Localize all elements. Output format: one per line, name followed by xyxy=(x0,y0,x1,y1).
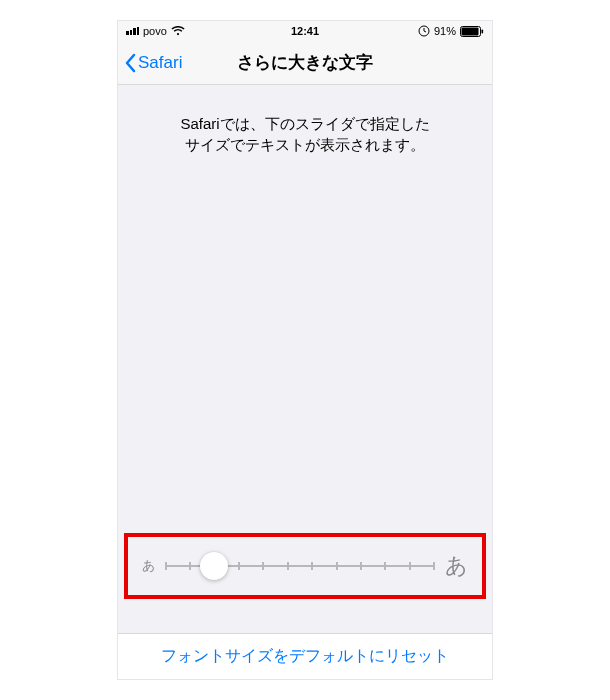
description-line: サイズでテキストが表示されます。 xyxy=(185,136,425,153)
description-text: Safariでは、下のスライダで指定した サイズでテキストが表示されます。 xyxy=(118,85,492,155)
orientation-lock-icon xyxy=(418,25,430,37)
large-text-icon: あ xyxy=(445,551,468,581)
slider-tick xyxy=(336,562,338,570)
small-text-icon: あ xyxy=(142,557,155,575)
wifi-icon xyxy=(171,26,185,36)
slider-tick xyxy=(433,562,435,570)
text-size-slider-row: あ あ xyxy=(124,533,486,599)
slider-tick xyxy=(360,562,362,570)
content-area: Safariでは、下のスライダで指定した サイズでテキストが表示されます。 あ … xyxy=(118,85,492,679)
battery-percent-label: 91% xyxy=(434,25,456,37)
signal-bars-icon xyxy=(126,27,139,36)
page-title: さらに大きな文字 xyxy=(237,51,373,74)
slider-tick xyxy=(189,562,191,570)
slider-tick xyxy=(384,562,386,570)
chevron-left-icon xyxy=(124,53,136,73)
clock-label: 12:41 xyxy=(291,25,319,37)
slider-tick xyxy=(409,562,411,570)
navigation-bar: Safari さらに大きな文字 xyxy=(118,41,492,85)
description-line: Safariでは、下のスライダで指定した xyxy=(180,115,429,132)
footer-area: フォントサイズをデフォルトにリセット xyxy=(118,633,492,679)
svg-rect-2 xyxy=(462,27,479,35)
slider-tick xyxy=(165,562,167,570)
battery-icon xyxy=(460,26,484,37)
slider-tick xyxy=(262,562,264,570)
slider-tick xyxy=(287,562,289,570)
slider-thumb[interactable] xyxy=(200,552,228,580)
status-bar: povo 12:41 91% xyxy=(118,21,492,41)
slider-tick xyxy=(238,562,240,570)
back-label: Safari xyxy=(138,53,182,73)
reset-font-size-button[interactable]: フォントサイズをデフォルトにリセット xyxy=(118,634,492,679)
slider-tick xyxy=(311,562,313,570)
carrier-label: povo xyxy=(143,25,167,37)
back-button[interactable]: Safari xyxy=(124,53,182,73)
svg-rect-3 xyxy=(482,29,484,33)
text-size-slider[interactable] xyxy=(165,551,435,581)
phone-frame: povo 12:41 91% Safari さらに大きな文字 Safariで xyxy=(117,20,493,680)
